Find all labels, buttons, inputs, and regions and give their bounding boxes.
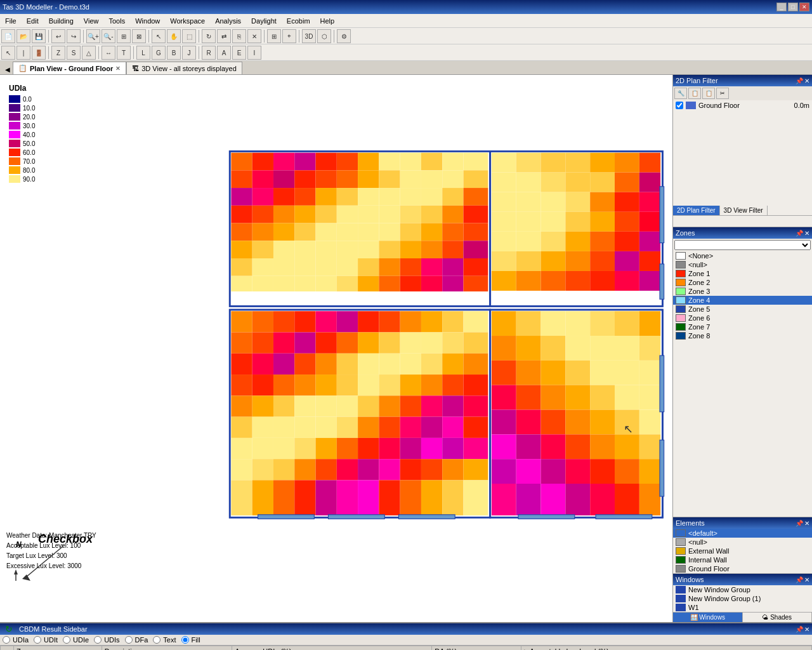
space-btn[interactable]: S <box>67 46 81 60</box>
menu-building[interactable]: Building <box>44 16 79 26</box>
tab-3d-view[interactable]: 🏗 3D View - all storeys displayed <box>126 62 242 74</box>
zones-pin[interactable]: 📌 <box>796 230 803 237</box>
tab-shades[interactable]: 🌤 Shades <box>743 613 813 622</box>
window-item-2[interactable]: New Window Group (1) <box>673 594 812 603</box>
radio-fill-input[interactable] <box>181 636 189 644</box>
delete-btn[interactable]: ✕ <box>247 29 261 43</box>
zone-item-none[interactable]: <None> <box>673 251 812 260</box>
join-btn[interactable]: J <box>182 46 196 60</box>
copy-btn[interactable]: ⎘ <box>232 29 246 43</box>
cursor-btn[interactable]: ↖ <box>152 29 166 43</box>
wire-btn[interactable]: ⬡ <box>317 29 331 43</box>
menu-file[interactable]: File <box>0 16 22 26</box>
radio-udia-input[interactable] <box>3 636 10 644</box>
nav-back[interactable]: ◀ <box>3 65 13 74</box>
radio-text-input[interactable] <box>153 636 160 644</box>
undo-btn[interactable]: ↩ <box>51 29 65 43</box>
tab-3d-view-filter[interactable]: 3D View Filter <box>720 206 768 215</box>
tab-close-plan[interactable]: ✕ <box>115 65 121 72</box>
settings-btn[interactable]: ⚙ <box>337 29 351 43</box>
zone-item-1[interactable]: Zone 1 <box>673 269 812 278</box>
filter-btn-3[interactable]: 📋 <box>702 88 715 99</box>
window-item-3[interactable]: W1 <box>673 603 812 612</box>
floorplan[interactable]: ↖ <box>216 81 666 616</box>
result-btn[interactable]: R <box>202 46 216 60</box>
snap-btn[interactable]: ⌖ <box>282 29 296 43</box>
minimize-button[interactable]: _ <box>776 3 787 11</box>
zoom-in-btn[interactable]: 🔍+ <box>86 29 100 43</box>
zone-item-null[interactable]: <null> <box>673 260 812 269</box>
radio-udie-input[interactable] <box>63 636 70 644</box>
zones-close[interactable]: ✕ <box>804 230 809 237</box>
menu-ecobim[interactable]: Ecobim <box>282 16 315 26</box>
menu-analysis[interactable]: Analysis <box>210 16 246 26</box>
plan-filter-close[interactable]: ✕ <box>804 77 809 84</box>
menu-daylight[interactable]: Daylight <box>246 16 282 26</box>
dimension-btn[interactable]: ↔ <box>102 46 115 60</box>
filter-btn-4[interactable]: ✂ <box>716 88 729 99</box>
group-btn[interactable]: G <box>152 46 166 60</box>
zoom-all-btn[interactable]: ⊠ <box>132 29 146 43</box>
select-btn[interactable]: ⬚ <box>182 29 196 43</box>
elements-pin[interactable]: 📌 <box>796 520 803 527</box>
save-btn[interactable]: 💾 <box>32 29 46 43</box>
windows-close[interactable]: ✕ <box>804 576 809 583</box>
cbdm-pin[interactable]: 📌 <box>796 626 803 633</box>
new-btn[interactable]: 📄 <box>1 29 15 43</box>
tab-2d-plan-filter[interactable]: 2D Plan Filter <box>673 206 720 215</box>
zoom-fit-btn[interactable]: ⊞ <box>117 29 131 43</box>
element-item-extwall[interactable]: External Wall <box>673 547 812 555</box>
zoom-out-btn[interactable]: 🔍- <box>102 29 115 43</box>
filter-btn-1[interactable]: 🔧 <box>674 88 687 99</box>
analysis-btn[interactable]: A <box>217 46 231 60</box>
window-item-1[interactable]: New Window Group <box>673 585 812 594</box>
wall-btn[interactable]: | <box>16 46 30 60</box>
pointer-btn[interactable]: ↖ <box>1 46 15 60</box>
element-item-null[interactable]: <null> <box>673 538 812 547</box>
element-item-groundfloor[interactable]: Ground Floor <box>673 564 812 573</box>
radio-dfa-input[interactable] <box>125 636 133 644</box>
element-item-default[interactable]: <default> <box>673 529 812 538</box>
plan-filter-pin[interactable]: 📌 <box>796 77 803 84</box>
viewport[interactable]: UDIa 0.0 10.0 20.0 30.0 40.0 <box>0 75 672 622</box>
maximize-button[interactable]: □ <box>788 3 798 11</box>
zone-item-4[interactable]: Zone 4 <box>673 296 812 305</box>
redo-btn[interactable]: ↪ <box>67 29 81 43</box>
filter-btn-2[interactable]: 📋 <box>688 88 701 99</box>
layer-btn[interactable]: L <box>136 46 150 60</box>
menu-workspace[interactable]: Workspace <box>165 16 210 26</box>
windows-pin[interactable]: 📌 <box>796 576 803 583</box>
text-btn[interactable]: T <box>117 46 131 60</box>
door-btn[interactable]: 🚪 <box>32 46 46 60</box>
element-item-intwall[interactable]: Internal Wall <box>673 555 812 564</box>
radio-udis-input[interactable] <box>94 636 102 644</box>
menu-help[interactable]: Help <box>315 16 340 26</box>
zone-item-2[interactable]: Zone 2 <box>673 278 812 287</box>
menu-edit[interactable]: Edit <box>22 16 44 26</box>
menu-view[interactable]: View <box>79 16 104 26</box>
pan-btn[interactable]: ✋ <box>167 29 181 43</box>
cbdm-close[interactable]: ✕ <box>804 626 809 633</box>
zone-item-7[interactable]: Zone 7 <box>673 322 812 331</box>
radio-udit-input[interactable] <box>34 636 41 644</box>
floor-checkbox-ground[interactable] <box>676 102 683 109</box>
menu-window[interactable]: Window <box>130 16 165 26</box>
zone-btn[interactable]: Z <box>51 46 65 60</box>
flip-btn[interactable]: ⇄ <box>217 29 231 43</box>
break-btn[interactable]: B <box>167 46 181 60</box>
zone-item-6[interactable]: Zone 6 <box>673 314 812 322</box>
grid-btn[interactable]: ⊞ <box>267 29 281 43</box>
zone-item-3[interactable]: Zone 3 <box>673 287 812 296</box>
menu-tools[interactable]: Tools <box>104 16 131 26</box>
zone-item-8[interactable]: Zone 8 <box>673 331 812 340</box>
export-btn[interactable]: E <box>232 46 246 60</box>
tab-plan-view[interactable]: 📋 Plan View - Ground Floor ✕ <box>13 62 126 74</box>
view3d-btn[interactable]: 3D <box>302 29 316 43</box>
rotate-btn[interactable]: ↻ <box>202 29 216 43</box>
elements-close[interactable]: ✕ <box>804 520 809 527</box>
tab-windows[interactable]: 🪟 Windows <box>673 613 743 622</box>
close-button[interactable]: ✕ <box>799 3 809 11</box>
open-btn[interactable]: 📂 <box>16 29 30 43</box>
zone-item-5[interactable]: Zone 5 <box>673 305 812 314</box>
import-btn[interactable]: I <box>247 46 261 60</box>
